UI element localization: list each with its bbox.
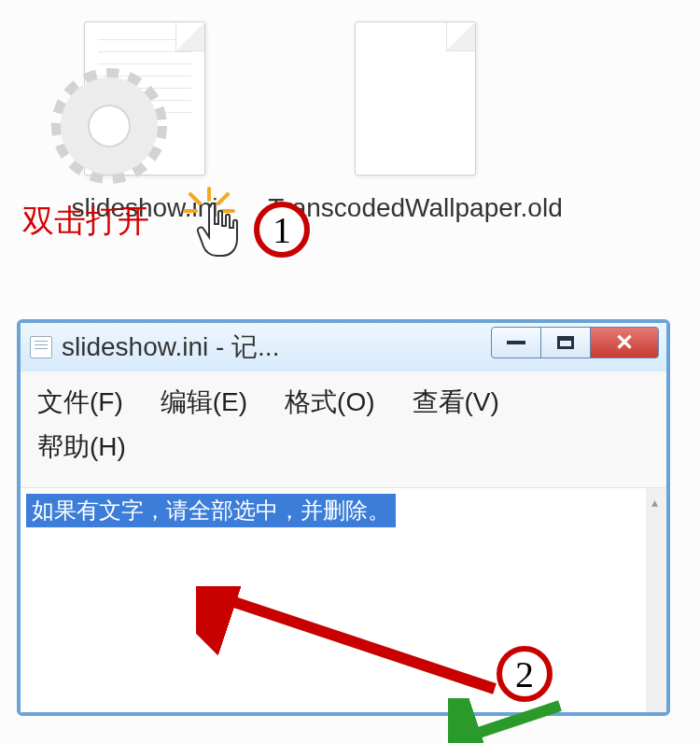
- notepad-app-icon: [30, 336, 52, 358]
- file-item-transcoded[interactable]: TranscodedWallpaper.old: [308, 9, 523, 224]
- hand-cursor-icon: [192, 200, 241, 263]
- annotation-arrow-red-icon: [196, 586, 513, 708]
- maximize-icon: [557, 336, 574, 349]
- maximize-button[interactable]: [540, 327, 591, 358]
- minimize-button[interactable]: [491, 327, 541, 358]
- scroll-up-icon[interactable]: ▴: [646, 494, 663, 511]
- annotation-arrow-green-icon: [448, 698, 579, 743]
- close-icon: ✕: [615, 331, 634, 354]
- annotation-badge-1: 1: [254, 202, 310, 258]
- svg-line-8: [215, 596, 495, 689]
- menu-edit[interactable]: 编辑(E): [161, 385, 247, 420]
- minimize-icon: [507, 341, 525, 344]
- svg-line-9: [459, 706, 560, 739]
- notepad-selected-text: 如果有文字，请全部选中，并删除。: [26, 494, 396, 527]
- file-icon-blank: [341, 9, 490, 187]
- menu-file[interactable]: 文件(F): [37, 385, 123, 420]
- svg-point-2: [89, 105, 130, 147]
- notepad-titlebar[interactable]: slideshow.ini - 记... ✕: [21, 323, 666, 372]
- menu-help[interactable]: 帮助(H): [37, 429, 126, 465]
- annotation-badge-2: 2: [497, 646, 553, 702]
- notepad-menubar: 文件(F) 编辑(E) 格式(O) 查看(V) 帮助(H): [21, 372, 666, 488]
- menu-view[interactable]: 查看(V): [413, 385, 499, 420]
- close-button[interactable]: ✕: [590, 327, 659, 358]
- annotation-double-click: 双击打开: [22, 200, 149, 243]
- notepad-title: slideshow.ini - 记...: [62, 329, 279, 365]
- file-label: TranscodedWallpaper.old: [268, 192, 562, 224]
- menu-format[interactable]: 格式(O): [285, 385, 374, 420]
- file-icon-ini: [70, 9, 219, 187]
